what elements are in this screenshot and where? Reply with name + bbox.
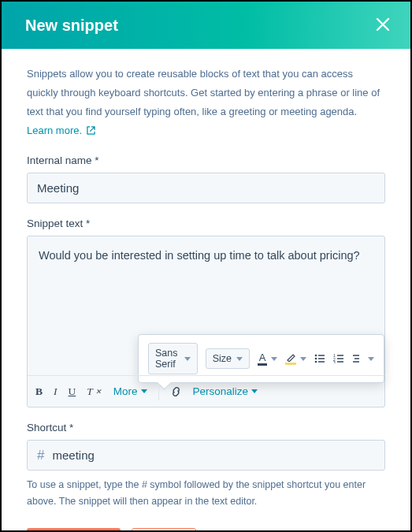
dialog-body: Snippets allow you to create reusable bl… <box>2 49 410 532</box>
indent-button[interactable] <box>352 354 374 363</box>
personalize-button[interactable]: Personalize <box>193 385 258 397</box>
close-icon[interactable] <box>373 13 393 38</box>
shortcut-label: Shortcut * <box>27 422 385 433</box>
intro-text: Snippets allow you to create reusable bl… <box>27 65 385 140</box>
svg-text:3: 3 <box>333 360 336 363</box>
svg-point-2 <box>315 361 317 363</box>
dialog-footer: Save snippet Cancel <box>27 528 385 532</box>
rich-text-editor: Would you be interested in setting up ti… <box>27 236 385 407</box>
text-color-glyph: A <box>259 352 266 363</box>
chevron-down-icon <box>300 357 306 361</box>
external-link-icon <box>87 126 95 135</box>
chevron-down-icon <box>251 389 258 393</box>
text-color-button[interactable]: A <box>258 352 277 366</box>
cancel-button[interactable]: Cancel <box>132 528 196 532</box>
learn-more-link[interactable]: Learn more. <box>27 125 95 136</box>
hash-prefix: # <box>28 448 49 463</box>
numbered-list-button[interactable]: 123 <box>333 354 344 363</box>
bulleted-list-button[interactable] <box>314 354 325 363</box>
svg-point-0 <box>315 355 317 357</box>
font-size-value: Size <box>213 353 232 364</box>
chevron-down-icon <box>141 389 147 393</box>
italic-button[interactable]: I <box>54 385 58 398</box>
bold-button[interactable]: B <box>35 385 43 398</box>
insert-link-button[interactable] <box>170 386 182 397</box>
shortcut-input[interactable] <box>49 441 384 470</box>
chevron-down-icon <box>236 357 243 361</box>
svg-point-1 <box>315 358 317 360</box>
underline-button[interactable]: U <box>69 385 76 398</box>
more-button[interactable]: More <box>113 385 147 397</box>
chevron-down-icon <box>184 357 191 361</box>
toolbar-separator <box>158 383 159 400</box>
internal-name-label: Internal name * <box>27 154 385 166</box>
personalize-label: Personalize <box>193 385 249 397</box>
shortcut-helper-text: To use a snippet, type the # symbol foll… <box>27 477 385 509</box>
dialog-title: New snippet <box>25 17 118 35</box>
chevron-down-icon <box>368 357 374 361</box>
editor-toolbar: B I U T✕ More Personalize <box>28 375 384 407</box>
font-family-value: Sans Serif <box>155 348 180 370</box>
intro-copy: Snippets allow you to create reusable bl… <box>27 68 380 117</box>
internal-name-input[interactable] <box>27 173 385 203</box>
dialog-header: New snippet <box>2 2 410 49</box>
chevron-down-icon <box>271 357 277 361</box>
font-size-select[interactable]: Size <box>206 348 250 369</box>
shortcut-field: # <box>27 440 385 471</box>
clear-formatting-button[interactable]: T✕ <box>87 385 102 398</box>
learn-more-label: Learn more. <box>27 125 82 136</box>
more-label: More <box>113 385 138 397</box>
highlight-icon <box>286 353 296 362</box>
dialog-new-snippet: New snippet Snippets allow you to create… <box>0 0 412 532</box>
font-family-select[interactable]: Sans Serif <box>148 343 198 374</box>
clear-glyph: T <box>87 385 93 398</box>
snippet-text-label: Snippet text * <box>27 218 385 229</box>
highlight-color-button[interactable] <box>285 353 306 365</box>
save-button[interactable]: Save snippet <box>27 528 121 532</box>
clear-sub-glyph: ✕ <box>95 388 102 396</box>
